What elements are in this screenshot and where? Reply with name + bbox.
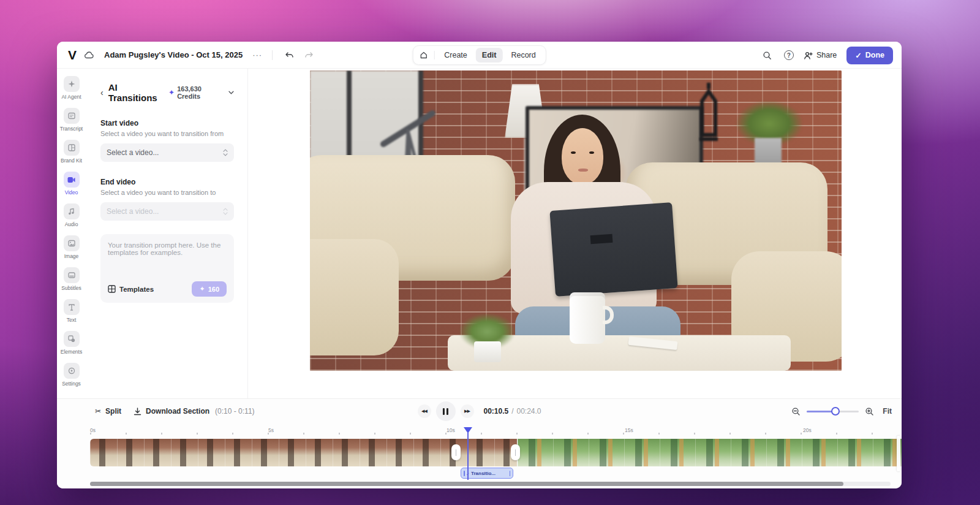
tab-edit[interactable]: Edit [476,48,503,63]
ai-agent-icon [64,76,80,92]
updown-chevron-icon [223,208,228,215]
pause-button[interactable] [435,401,455,421]
sidebar-item-elements[interactable]: Elements [57,331,86,355]
panel-title: AI Transitions [108,82,168,103]
templates-button[interactable]: Templates [108,285,154,293]
help-icon[interactable]: ? [784,50,794,60]
templates-label: Templates [119,286,154,293]
table-plant-pot [474,341,501,362]
sidebar-label: Image [64,253,79,259]
time-separator: / [511,407,513,416]
rewind-button[interactable]: ◀◀ [417,404,431,418]
back-chevron-icon[interactable]: ‹ [100,88,104,97]
trim-handle-right[interactable] [511,444,520,460]
sidebar-item-settings[interactable]: Settings [57,363,86,387]
download-section-button[interactable]: Download Section (0:10 - 0:11) [134,407,255,416]
generate-button[interactable]: ✦ 160 [192,281,227,297]
subtitles-icon [64,267,80,283]
undo-icon[interactable] [282,48,296,62]
video-icon [64,172,80,188]
trim-handle-left[interactable] [451,444,461,460]
sidebar-item-brand-kit[interactable]: Brand Kit [57,140,86,164]
brand-kit-icon [64,140,80,156]
grid-icon [108,285,116,293]
download-range: (0:10 - 0:11) [215,407,254,416]
sidebar-label: Audio [65,221,78,227]
mode-switcher: Create Edit Record [412,45,546,65]
start-video-select-value: Select a video... [107,148,159,157]
redo-icon[interactable] [302,48,315,62]
clip-handle-left[interactable] [464,471,465,476]
timeline-zoom-slider[interactable] [807,407,859,416]
tab-record[interactable]: Record [505,48,541,63]
start-video-select[interactable]: Select a video... [100,143,234,162]
lantern [693,83,724,141]
split-label: Split [105,407,121,416]
zoom-slider-thumb[interactable] [831,407,840,416]
sidebar-item-ai-agent[interactable]: AI Agent [57,76,86,100]
end-video-select[interactable]: Select a video... [100,202,234,221]
text-icon [64,299,80,315]
sidebar-label: Text [67,317,77,323]
transition-clip-label: Transitio... [471,471,508,476]
end-video-description: Select a video you want to transition to [100,189,234,196]
woman-lips [578,169,588,172]
sparkle-icon: ✦ [168,88,175,97]
document-title[interactable]: Adam Pugsley's Video - Oct 15, 2025 [104,50,243,59]
tab-create[interactable]: Create [438,48,473,63]
sidebar-item-image[interactable]: Image [57,235,86,259]
video-preview[interactable] [310,70,842,371]
woman-eyes [571,151,576,154]
sidebar-item-transcript[interactable]: Transcript [57,108,86,132]
ai-transitions-panel: ‹ AI Transitions ✦ 163,630 Credits Start… [86,69,248,398]
header-bar: V Adam Pugsley's Video - Oct 15, 2025 ··… [57,42,902,69]
transition-clip[interactable]: ♪ Transitio... [461,468,513,479]
split-button[interactable]: ✂ Split [95,407,121,416]
woman-face [562,128,603,184]
forward-button[interactable]: ▶▶ [460,404,473,418]
zoom-out-icon[interactable] [791,407,801,416]
timeline-ruler[interactable]: 0s 5s 10s 15s 20s [90,427,902,437]
sidebar-item-video[interactable]: Video [57,172,86,196]
check-icon: ✓ [855,51,861,60]
current-time: 00:10.5 [483,407,508,416]
sidebar-item-subtitles[interactable]: Subtitles [57,267,86,291]
timeline-toolbar: ✂ Split Download Section (0:10 - 0:11) ◀… [57,399,902,423]
vertical-scrollbar[interactable] [897,436,900,471]
app-window: V Adam Pugsley's Video - Oct 15, 2025 ··… [57,42,902,488]
more-options-icon[interactable]: ··· [252,50,262,59]
ruler-ticks [90,433,895,435]
updown-chevron-icon [223,149,228,156]
credits-dropdown[interactable]: ✦ 163,630 Credits [168,85,234,100]
settings-icon [64,363,80,379]
timeline-section: ✂ Split Download Section (0:10 - 0:11) ◀… [57,398,902,488]
done-button[interactable]: ✓ Done [846,47,893,64]
download-label: Download Section [146,407,209,416]
horizontal-scrollbar-thumb[interactable] [90,482,843,486]
search-icon[interactable] [761,48,774,62]
zoom-in-icon[interactable] [865,407,874,416]
share-button[interactable]: Share [804,51,837,59]
download-icon [134,408,141,416]
chevron-down-icon [228,91,234,94]
clip-handle-right[interactable] [510,471,511,476]
sidebar-label: Elements [61,349,82,355]
transcript-icon [64,108,80,124]
transition-prompt-input[interactable] [108,241,227,281]
audio-icon [64,203,80,219]
share-label: Share [816,51,837,59]
sidebar-label: Video [65,189,78,196]
sidebar-item-text[interactable]: Text [57,299,86,323]
mode-divider [434,51,434,59]
transition-prompt-box: Templates ✦ 160 [100,234,234,303]
total-time: 00:24.0 [517,407,541,416]
elements-icon [64,331,80,347]
fit-button[interactable]: Fit [883,407,892,416]
video-clip-2[interactable] [518,439,902,466]
sidebar-item-audio[interactable]: Audio [57,203,86,227]
end-video-label: End video [100,178,234,186]
home-icon[interactable] [417,48,430,62]
playhead-line[interactable] [467,432,469,480]
veed-logo: V [68,48,76,63]
couch-arm-left [310,239,399,355]
